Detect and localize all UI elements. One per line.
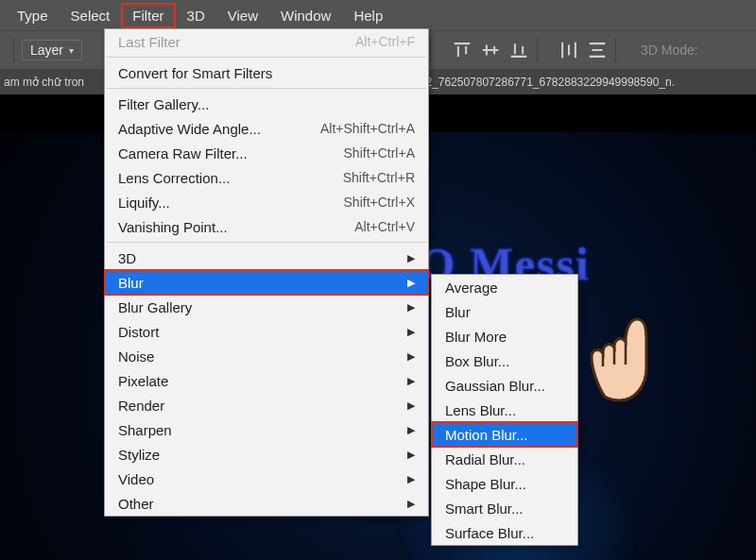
distribute-group — [558, 40, 608, 60]
submenu-arrow-icon: ▶ — [407, 399, 415, 412]
align-group — [452, 40, 529, 60]
menu-label: Blur Gallery — [118, 299, 192, 315]
3d-mode-label: 3D Mode: — [641, 42, 698, 58]
menu-separator — [107, 242, 426, 243]
blur-average[interactable]: Average — [432, 275, 577, 299]
menu-label: Blur — [118, 275, 144, 291]
submenu-arrow-icon: ▶ — [407, 473, 415, 485]
menu-label: Distort — [118, 324, 159, 340]
blur-lens-blur[interactable]: Lens Blur... — [432, 398, 577, 422]
filter-pixelate[interactable]: Pixelate ▶ — [105, 368, 428, 393]
blur-motion-blur[interactable]: Motion Blur... — [432, 422, 577, 447]
submenu-arrow-icon: ▶ — [407, 326, 415, 338]
menu-label: Video — [118, 471, 154, 487]
menu-separator — [107, 57, 426, 58]
filter-stylize[interactable]: Stylize ▶ — [105, 442, 428, 467]
filter-gallery[interactable]: Filter Gallery... — [105, 92, 428, 116]
filter-video[interactable]: Video ▶ — [105, 467, 428, 491]
menu-label: Stylize — [118, 447, 160, 463]
menu-filter[interactable]: Filter — [121, 3, 175, 28]
submenu-arrow-icon: ▶ — [407, 498, 415, 510]
menu-label: Last Filter — [118, 34, 180, 50]
filter-distort[interactable]: Distort ▶ — [105, 319, 428, 344]
menubar: Type Select Filter 3D View Window Help — [0, 0, 756, 30]
layer-dropdown[interactable]: Layer ▾ — [22, 40, 82, 60]
blur-blur[interactable]: Blur — [432, 299, 577, 324]
menu-shortcut: Alt+Ctrl+F — [355, 34, 415, 49]
filter-liquify[interactable]: Liquify... Shift+Ctrl+X — [105, 190, 428, 214]
layer-dropdown-label: Layer — [30, 42, 63, 58]
blur-submenu: Average Blur Blur More Box Blur... Gauss… — [431, 274, 578, 546]
filter-dropdown: Last Filter Alt+Ctrl+F Convert for Smart… — [104, 28, 429, 517]
dist-h-icon[interactable] — [558, 40, 579, 60]
align-bottom-icon[interactable] — [508, 40, 529, 60]
filter-convert-smart[interactable]: Convert for Smart Filters — [105, 60, 428, 85]
menu-separator — [107, 88, 426, 89]
filter-lens-correction[interactable]: Lens Correction... Shift+Ctrl+R — [105, 165, 428, 190]
submenu-arrow-icon: ▶ — [407, 424, 415, 436]
submenu-arrow-icon: ▶ — [407, 375, 415, 387]
menu-label: Noise — [118, 348, 154, 365]
submenu-arrow-icon: ▶ — [407, 449, 415, 461]
filter-blur-gallery[interactable]: Blur Gallery ▶ — [105, 295, 428, 319]
menu-label: Liquify... — [118, 195, 170, 211]
app-root: EO Messi Type Select Filter 3D View Wind… — [0, 0, 756, 560]
align-vcenter-icon[interactable] — [480, 40, 501, 60]
align-top-icon[interactable] — [452, 40, 472, 60]
filter-last-filter[interactable]: Last Filter Alt+Ctrl+F — [105, 29, 428, 54]
menu-view[interactable]: View — [216, 3, 269, 28]
menu-3d[interactable]: 3D — [176, 3, 216, 28]
filter-render[interactable]: Render ▶ — [105, 393, 428, 417]
menu-window[interactable]: Window — [269, 3, 342, 28]
menu-shortcut: Alt+Shift+Ctrl+A — [320, 121, 415, 136]
filter-3d[interactable]: 3D ▶ — [105, 246, 428, 270]
menu-label: Other — [118, 496, 154, 512]
submenu-arrow-icon: ▶ — [407, 277, 415, 289]
toolbar-divider — [430, 38, 431, 62]
menu-shortcut: Shift+Ctrl+R — [343, 170, 415, 185]
doc-tab-2[interactable]: 662_762507807286771_6782883229949998590_… — [413, 76, 675, 89]
filter-camera-raw[interactable]: Camera Raw Filter... Shift+Ctrl+A — [105, 141, 428, 165]
blur-smart-blur[interactable]: Smart Blur... — [432, 496, 577, 520]
menu-shortcut: Alt+Ctrl+V — [354, 219, 415, 234]
menu-help[interactable]: Help — [342, 3, 394, 28]
submenu-arrow-icon: ▶ — [407, 301, 415, 314]
blur-box-blur[interactable]: Box Blur... — [432, 348, 577, 373]
menu-shortcut: Shift+Ctrl+A — [344, 145, 415, 161]
filter-noise[interactable]: Noise ▶ — [105, 344, 428, 368]
tutorial-hand-icon — [578, 306, 673, 410]
doc-tab-1[interactable]: am mở chữ tron — [4, 76, 84, 89]
submenu-arrow-icon: ▶ — [407, 350, 415, 363]
filter-other[interactable]: Other ▶ — [105, 491, 428, 516]
chevron-down-icon: ▾ — [69, 45, 74, 56]
menu-shortcut: Shift+Ctrl+X — [344, 195, 415, 210]
blur-blur-more[interactable]: Blur More — [432, 324, 577, 348]
toolbar-divider — [13, 38, 14, 62]
dist-v-icon[interactable] — [587, 40, 608, 60]
blur-gaussian-blur[interactable]: Gaussian Blur... — [432, 373, 577, 398]
blur-surface-blur[interactable]: Surface Blur... — [432, 520, 577, 545]
menu-label: Lens Correction... — [118, 170, 230, 186]
filter-sharpen[interactable]: Sharpen ▶ — [105, 417, 428, 442]
menu-select[interactable]: Select — [60, 3, 122, 28]
menu-label: Render — [118, 398, 164, 414]
menu-label: Camera Raw Filter... — [118, 145, 248, 161]
filter-vanishing-point[interactable]: Vanishing Point... Alt+Ctrl+V — [105, 214, 428, 239]
blur-radial-blur[interactable]: Radial Blur... — [432, 447, 577, 471]
menu-label: Sharpen — [118, 422, 172, 438]
menu-label: 3D — [118, 250, 136, 266]
filter-blur[interactable]: Blur ▶ — [105, 270, 428, 295]
menu-label: Adaptive Wide Angle... — [118, 121, 261, 137]
toolbar-divider — [537, 38, 538, 62]
menu-label: Pixelate — [118, 373, 168, 389]
filter-adaptive-wide[interactable]: Adaptive Wide Angle... Alt+Shift+Ctrl+A — [105, 116, 428, 141]
menu-label: Convert for Smart Filters — [118, 65, 272, 81]
menu-label: Filter Gallery... — [118, 96, 209, 112]
submenu-arrow-icon: ▶ — [407, 252, 415, 264]
blur-shape-blur[interactable]: Shape Blur... — [432, 471, 577, 496]
toolbar-divider — [615, 38, 616, 62]
menu-type[interactable]: Type — [6, 3, 60, 28]
menu-label: Vanishing Point... — [118, 219, 228, 235]
